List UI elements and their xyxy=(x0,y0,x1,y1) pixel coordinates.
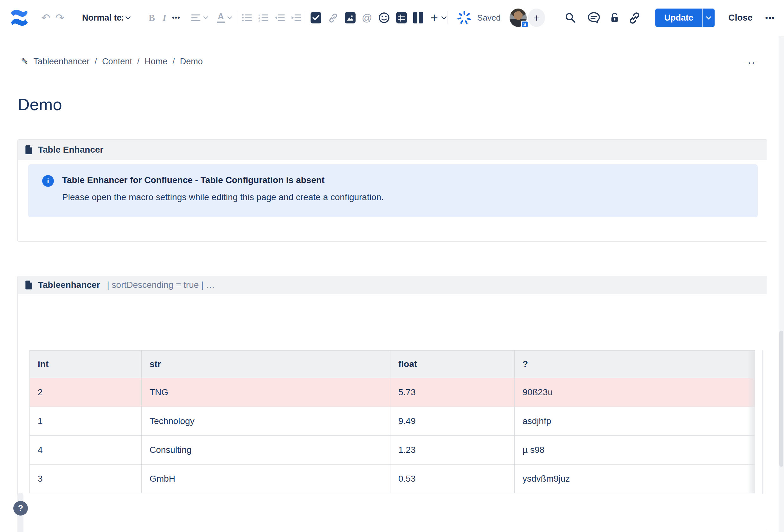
page-scrollbar-track[interactable] xyxy=(779,36,784,532)
table-header-row: int str float ? xyxy=(30,351,755,378)
collapse-width-icon[interactable]: →← xyxy=(744,57,758,67)
enhanced-table: int str float ? 2 TNG 5.73 90ß23u 1 xyxy=(29,350,755,493)
edit-pencil-icon: ✎ xyxy=(21,56,28,67)
cell: 90ß23u xyxy=(515,378,755,407)
chevron-down-icon xyxy=(125,16,131,20)
macro-title: Table Enhancer xyxy=(38,145,103,155)
page-scrollbar-thumb[interactable] xyxy=(779,331,783,467)
undo-icon[interactable]: ↶ xyxy=(41,12,50,23)
info-panel: i Table Enhancer for Confluence - Table … xyxy=(28,164,758,217)
cell: GmbH xyxy=(142,465,390,493)
document-icon xyxy=(25,145,33,154)
update-button[interactable]: Update xyxy=(655,8,702,27)
toolbar-divider xyxy=(306,11,306,24)
table-row: 2 TNG 5.73 90ß23u xyxy=(30,378,755,407)
bold-button[interactable]: B xyxy=(149,12,155,23)
column-header-int[interactable]: int xyxy=(30,351,142,378)
breadcrumb-separator: / xyxy=(95,57,97,66)
block-style-label: Normal text xyxy=(82,13,123,23)
editor-toolbar: ↶ ↷ Normal text B I ••• A 123 xyxy=(0,0,784,35)
toolbar-divider xyxy=(447,11,447,24)
column-header-str[interactable]: str xyxy=(142,351,390,378)
copy-link-icon[interactable] xyxy=(628,12,641,24)
macro-table-enhancer[interactable]: Table Enhancer i Table Enhancer for Conf… xyxy=(18,139,767,242)
table-row: 1 Technology 9.49 asdjhfp xyxy=(30,407,755,436)
cell: µ s98 xyxy=(515,436,755,465)
breadcrumb-home[interactable]: Home xyxy=(144,57,167,66)
unlock-icon[interactable] xyxy=(609,12,620,24)
link-button[interactable] xyxy=(328,13,338,23)
layouts-button[interactable] xyxy=(413,12,423,24)
more-actions-button[interactable]: ••• xyxy=(765,13,775,22)
macro-params: | sortDescending = true | … xyxy=(107,280,215,290)
table-button[interactable] xyxy=(396,12,407,24)
column-header-float[interactable]: float xyxy=(390,351,515,378)
close-button[interactable]: Close xyxy=(729,13,753,23)
info-panel-title: Table Enhancer for Confluence - Table Co… xyxy=(62,175,384,185)
document-icon xyxy=(25,280,33,290)
macro-header[interactable]: Tableenhancer | sortDescending = true | … xyxy=(18,276,767,294)
avatar-status-badge: S xyxy=(521,21,529,28)
info-panel-message: Please open the macro settings while edi… xyxy=(62,192,384,202)
cell: TNG xyxy=(142,378,390,407)
avatar[interactable]: S xyxy=(510,8,527,27)
breadcrumb-space[interactable]: Tableenhancer xyxy=(33,57,89,66)
macro-title: Tableenhancer xyxy=(38,280,100,290)
redo-icon[interactable]: ↷ xyxy=(55,12,64,23)
block-style-dropdown[interactable]: Normal text xyxy=(82,13,131,23)
alignment-button[interactable] xyxy=(191,13,201,22)
cell: 5.73 xyxy=(390,378,515,407)
breadcrumb-current-page[interactable]: Demo xyxy=(180,57,203,66)
update-dropdown-button[interactable] xyxy=(703,8,714,27)
chevron-down-icon[interactable] xyxy=(441,16,447,20)
update-split-button: Update xyxy=(655,8,714,27)
help-button[interactable]: ? xyxy=(13,501,28,515)
macro-scrollbar[interactable] xyxy=(762,350,763,494)
breadcrumb-content[interactable]: Content xyxy=(102,57,132,66)
table-row: 4 Consulting 1.23 µ s98 xyxy=(30,436,755,465)
italic-button[interactable]: I xyxy=(163,12,166,23)
breadcrumb: ✎ Tableenhancer / Content / Home / Demo xyxy=(21,56,203,67)
svg-text:3: 3 xyxy=(258,19,260,22)
cell: 3 xyxy=(30,465,142,493)
confluence-logo-icon[interactable] xyxy=(10,8,29,27)
numbered-list-button[interactable]: 123 xyxy=(258,13,269,22)
image-button[interactable] xyxy=(345,12,356,24)
save-status: Saved xyxy=(477,13,501,23)
breadcrumb-separator: / xyxy=(137,57,140,66)
cell: asdjhfp xyxy=(515,407,755,436)
macro-header[interactable]: Table Enhancer xyxy=(18,140,767,160)
chevron-down-icon xyxy=(203,16,208,19)
emoji-button[interactable] xyxy=(379,12,390,24)
invite-button[interactable]: + xyxy=(528,8,545,27)
info-icon: i xyxy=(42,175,54,187)
text-color-button[interactable]: A xyxy=(217,12,225,23)
cell: 1 xyxy=(30,407,142,436)
more-formatting-button[interactable]: ••• xyxy=(172,13,180,22)
saving-spinner-icon xyxy=(457,10,472,25)
page-title[interactable]: Demo xyxy=(18,95,62,114)
cell: 2 xyxy=(30,378,142,407)
toolbar-divider xyxy=(237,11,237,24)
breadcrumb-separator: / xyxy=(172,57,175,66)
comment-icon[interactable] xyxy=(588,12,600,24)
task-list-button[interactable] xyxy=(311,12,321,24)
indent-button[interactable] xyxy=(291,13,301,22)
cell: 9.49 xyxy=(390,407,515,436)
search-icon[interactable] xyxy=(565,12,576,24)
cell: 1.23 xyxy=(390,436,515,465)
mention-button[interactable]: @ xyxy=(362,12,372,24)
table-row: 3 GmbH 0.53 ysdvßm9juz xyxy=(30,465,755,493)
outdent-button[interactable] xyxy=(275,13,285,22)
confluence-editor: ↶ ↷ Normal text B I ••• A 123 xyxy=(0,0,784,532)
bullet-list-button[interactable] xyxy=(242,13,252,22)
column-header-q[interactable]: ? xyxy=(515,351,755,378)
macro-tableenhancer[interactable]: Tableenhancer | sortDescending = true | … xyxy=(18,276,767,532)
cell: 0.53 xyxy=(390,465,515,493)
cell: 4 xyxy=(30,436,142,465)
cell: ysdvßm9juz xyxy=(515,465,755,493)
chevron-down-icon xyxy=(227,16,232,19)
cell: Technology xyxy=(142,407,390,436)
insert-button[interactable]: + xyxy=(431,11,438,24)
cell: Consulting xyxy=(142,436,390,465)
